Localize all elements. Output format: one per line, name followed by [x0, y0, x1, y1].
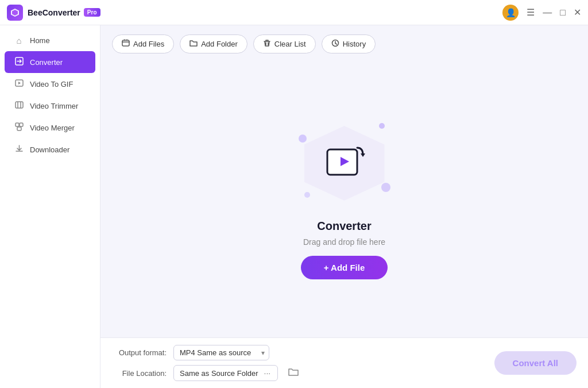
title-bar: BeeConverter Pro 👤 ☰ — □ ✕ [0, 0, 588, 25]
app-logo [7, 5, 23, 21]
app-body: ⌂ Home Converter Video To GIF [0, 25, 588, 388]
sidebar-item-label: Downloader [30, 145, 69, 154]
drop-zone-subtitle: Drag and drop file here [303, 237, 385, 247]
sidebar-item-converter[interactable]: Converter [5, 51, 95, 73]
add-files-button[interactable]: Add Files [112, 34, 174, 53]
bottom-bar: Output format: MP4 Same as source File L… [100, 337, 588, 388]
converter-graphic-icon [322, 141, 368, 184]
sidebar-item-label: Video Trimmer [30, 102, 78, 110]
drop-zone-title: Converter [317, 220, 371, 233]
pro-badge: Pro [84, 8, 100, 17]
sidebar-item-label: Converter [30, 58, 63, 67]
sidebar: ⌂ Home Converter Video To GIF [0, 25, 100, 388]
dot-tl [299, 135, 307, 143]
clear-list-label: Clear List [274, 40, 306, 48]
home-icon: ⌂ [14, 36, 24, 45]
window-controls: 👤 ☰ — □ ✕ [502, 5, 581, 21]
file-location-row: File Location: Same as Source Folder ··· [112, 365, 494, 381]
sidebar-item-video-to-gif[interactable]: Video To GIF [5, 73, 95, 95]
dot-bl [304, 192, 310, 198]
add-files-label: Add Files [133, 40, 164, 48]
close-button[interactable]: ✕ [574, 7, 581, 18]
sidebar-item-home[interactable]: ⌂ Home [5, 30, 95, 51]
svg-rect-4 [16, 102, 23, 108]
dot-br [381, 183, 390, 192]
clear-list-button[interactable]: Clear List [253, 34, 316, 53]
sidebar-item-label: Home [30, 36, 50, 45]
app-name: BeeConverter [28, 8, 80, 17]
output-format-select-wrapper[interactable]: MP4 Same as source [173, 345, 269, 360]
output-format-label: Output format: [112, 348, 167, 357]
sidebar-item-video-merger[interactable]: Video Merger [5, 117, 95, 139]
browse-folder-button[interactable] [288, 367, 299, 379]
history-icon [331, 39, 339, 49]
svg-rect-8 [20, 123, 23, 126]
file-location-label: File Location: [112, 369, 167, 378]
main-content: Add Files Add Folder Clear List [100, 25, 588, 388]
sidebar-item-downloader[interactable]: Downloader [5, 139, 95, 160]
menu-icon[interactable]: ☰ [527, 7, 535, 18]
toolbar: Add Files Add Folder Clear List [100, 25, 588, 59]
logo-icon [10, 8, 20, 17]
location-options-button[interactable]: ··· [263, 368, 272, 378]
add-folder-icon [189, 39, 198, 49]
history-label: History [343, 40, 366, 48]
add-folder-label: Add Folder [201, 40, 238, 48]
sidebar-item-video-trimmer[interactable]: Video Trimmer [5, 95, 95, 117]
add-files-icon [122, 39, 130, 49]
clear-list-icon [263, 39, 271, 49]
downloader-icon [14, 144, 24, 155]
drop-zone-graphic [293, 117, 396, 209]
video-trimmer-icon [14, 101, 24, 111]
maximize-button[interactable]: □ [560, 7, 566, 18]
minimize-button[interactable]: — [543, 7, 552, 18]
convert-all-button[interactable]: Convert All [494, 351, 577, 375]
output-format-select[interactable]: MP4 Same as source [173, 345, 269, 360]
svg-rect-7 [16, 123, 19, 126]
dot-tr [379, 123, 385, 129]
svg-marker-14 [361, 153, 365, 157]
history-button[interactable]: History [322, 34, 376, 53]
bottom-fields: Output format: MP4 Same as source File L… [112, 345, 494, 381]
output-format-row: Output format: MP4 Same as source [112, 345, 494, 360]
video-to-gif-icon [14, 79, 24, 89]
sidebar-item-label: Video Merger [30, 124, 75, 132]
file-location-value: Same as Source Folder [180, 369, 258, 378]
add-file-button[interactable]: + Add File [301, 256, 388, 279]
user-avatar[interactable]: 👤 [502, 5, 519, 21]
converter-icon [14, 57, 24, 67]
svg-rect-10 [122, 40, 129, 46]
add-folder-button[interactable]: Add Folder [180, 34, 247, 53]
sidebar-item-label: Video To GIF [30, 80, 73, 89]
drop-zone[interactable]: Converter Drag and drop file here + Add … [100, 59, 588, 337]
svg-rect-9 [17, 127, 21, 130]
file-location-box[interactable]: Same as Source Folder ··· [173, 365, 278, 381]
video-merger-icon [14, 122, 24, 133]
